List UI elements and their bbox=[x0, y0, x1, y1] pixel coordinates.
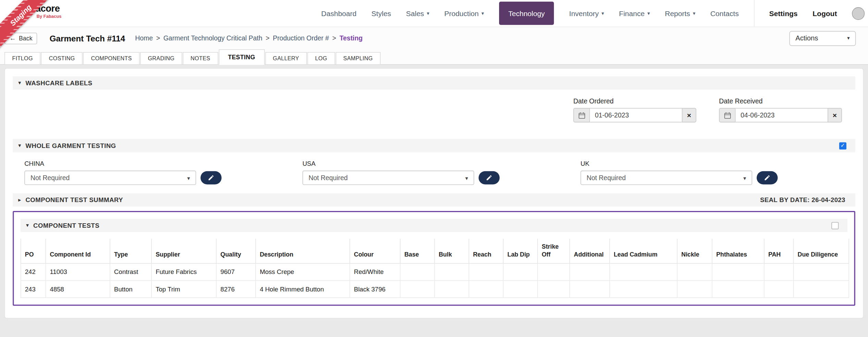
table-row: 24211003ContrastFuture Fabrics9607Moss C… bbox=[21, 263, 849, 280]
date-received-calendar-button[interactable] bbox=[719, 108, 736, 122]
column-header: Lab Dip bbox=[503, 239, 537, 263]
table-cell: 243 bbox=[21, 280, 46, 297]
chevron-down-icon: ▾ bbox=[693, 11, 695, 16]
table-header-row: POComponent IdTypeSupplierQualityDescrip… bbox=[21, 239, 849, 263]
tab-notes[interactable]: NOTES bbox=[183, 52, 218, 64]
close-icon: × bbox=[833, 112, 837, 119]
usa-edit-button[interactable] bbox=[479, 171, 499, 185]
nav-item-contacts[interactable]: Contacts bbox=[710, 0, 739, 27]
tab-testing[interactable]: TESTING bbox=[219, 49, 264, 65]
chevron-down-icon: ▾ bbox=[18, 80, 21, 86]
nav-item-production[interactable]: Production▾ bbox=[444, 0, 484, 27]
table-cell: Moss Crepe bbox=[256, 263, 350, 280]
breadcrumb-item[interactable]: Production Order # bbox=[273, 34, 329, 42]
whole-garment-testing-section-header[interactable]: ▾ WHOLE GARMENT TESTING ✓ bbox=[13, 139, 855, 152]
actions-button[interactable]: Actions ▾ bbox=[789, 31, 856, 46]
column-header: Phthalates bbox=[712, 239, 764, 263]
tab-grading[interactable]: GRADING bbox=[140, 52, 182, 64]
table-cell: 4858 bbox=[46, 280, 110, 297]
nav-item-inventory[interactable]: Inventory▾ bbox=[569, 0, 604, 27]
chevron-down-icon: ▾ bbox=[743, 175, 746, 181]
whole-garment-testing-checkbox[interactable]: ✓ bbox=[839, 142, 846, 149]
nav-item-styles[interactable]: Styles bbox=[371, 0, 391, 27]
component-test-summary-section-header[interactable]: ▸ COMPONENT TEST SUMMARY SEAL BY DATE: 2… bbox=[13, 193, 855, 207]
date-ordered-clear-button[interactable]: × bbox=[682, 108, 696, 122]
nav-item-reports[interactable]: Reports▾ bbox=[665, 0, 695, 27]
component-tests-section-header[interactable]: ▾ COMPONENT TESTS bbox=[21, 219, 847, 232]
staging-ribbon-label: Staging bbox=[8, 3, 33, 27]
tab-bar: FITLOGCOSTINGCOMPONENTSGRADINGNOTESTESTI… bbox=[0, 49, 868, 65]
date-received-input[interactable] bbox=[736, 108, 828, 122]
brand-tagline: By Fabacus bbox=[37, 14, 62, 19]
column-header: Nickle bbox=[677, 239, 712, 263]
tab-costing[interactable]: COSTING bbox=[41, 52, 83, 64]
pencil-icon bbox=[764, 174, 770, 181]
page: Staging dacore By Fabacus DashboardStyle… bbox=[0, 0, 868, 337]
china-edit-button[interactable] bbox=[200, 171, 221, 185]
tab-components[interactable]: COMPONENTS bbox=[83, 52, 139, 64]
region-china: CHINA Not Required ▾ bbox=[24, 160, 222, 185]
uk-select[interactable]: Not Required ▾ bbox=[581, 171, 752, 185]
nav-items: DashboardStylesSales▾Production▾Technolo… bbox=[321, 0, 739, 27]
tab-gallery[interactable]: GALLERY bbox=[265, 52, 307, 64]
table-cell bbox=[764, 280, 794, 297]
tab-fitlog[interactable]: FITLOG bbox=[4, 52, 41, 64]
date-ordered-field: Date Ordered × bbox=[573, 98, 696, 123]
region-usa: USA Not Required ▾ bbox=[302, 160, 500, 185]
table-cell bbox=[503, 263, 537, 280]
chevron-down-icon: ▾ bbox=[18, 143, 21, 148]
table-cell: 242 bbox=[21, 263, 46, 280]
section-title: WASHCARE LABELS bbox=[25, 80, 92, 86]
uk-edit-button[interactable] bbox=[757, 171, 778, 185]
nav-item-logout[interactable]: Logout bbox=[813, 0, 837, 27]
nav-item-settings[interactable]: Settings bbox=[769, 0, 798, 27]
table-cell: 11003 bbox=[46, 263, 110, 280]
column-header: Base bbox=[400, 239, 434, 263]
chevron-down-icon: ▾ bbox=[427, 11, 429, 16]
breadcrumb-item[interactable]: Home bbox=[135, 34, 153, 42]
breadcrumb-separator: > bbox=[332, 34, 336, 42]
usa-select[interactable]: Not Required ▾ bbox=[302, 171, 474, 185]
column-header: Reach bbox=[469, 239, 503, 263]
component-tests-section: ▾ COMPONENT TESTS POComponent IdTypeSupp… bbox=[13, 211, 855, 305]
table-cell bbox=[712, 263, 764, 280]
chevron-down-icon: ▾ bbox=[465, 175, 468, 181]
usa-select-value: Not Required bbox=[309, 174, 466, 182]
table-cell bbox=[570, 263, 609, 280]
table-cell bbox=[677, 280, 712, 297]
column-header: Bulk bbox=[435, 239, 469, 263]
washcare-labels-section-header[interactable]: ▾ WASHCARE LABELS bbox=[13, 76, 855, 90]
date-ordered-input[interactable] bbox=[590, 108, 682, 122]
column-header: Lead Cadmium bbox=[610, 239, 677, 263]
tab-log[interactable]: LOG bbox=[307, 52, 335, 64]
table-cell bbox=[469, 263, 503, 280]
table-cell: 9607 bbox=[216, 263, 256, 280]
nav-item-finance[interactable]: Finance▾ bbox=[619, 0, 650, 27]
tab-sampling[interactable]: SAMPLING bbox=[335, 52, 380, 64]
table-cell bbox=[537, 263, 570, 280]
column-header: PO bbox=[21, 239, 46, 263]
nav-item-technology[interactable]: Technology bbox=[499, 2, 554, 25]
date-received-label: Date Received bbox=[719, 98, 842, 105]
date-received-clear-button[interactable]: × bbox=[828, 108, 842, 122]
chevron-down-icon: ▾ bbox=[847, 35, 850, 41]
table-cell bbox=[793, 263, 849, 280]
table-cell bbox=[435, 280, 469, 297]
breadcrumb-item[interactable]: Garment Technology Critical Path bbox=[163, 34, 262, 42]
nav-item-sales[interactable]: Sales▾ bbox=[406, 0, 429, 27]
table-cell bbox=[537, 280, 570, 297]
region-uk: UK Not Required ▾ bbox=[581, 160, 778, 185]
page-title: Garment Tech #114 bbox=[50, 34, 125, 43]
nav-item-dashboard[interactable]: Dashboard bbox=[321, 0, 357, 27]
region-usa-label: USA bbox=[302, 160, 500, 166]
user-avatar[interactable] bbox=[852, 7, 865, 20]
date-ordered-calendar-button[interactable] bbox=[573, 108, 590, 122]
date-ordered-label: Date Ordered bbox=[573, 98, 696, 105]
component-tests-checkbox[interactable] bbox=[831, 222, 839, 229]
china-select[interactable]: Not Required ▾ bbox=[24, 171, 196, 185]
pencil-icon bbox=[208, 174, 214, 181]
table-cell bbox=[712, 280, 764, 297]
table-cell bbox=[503, 280, 537, 297]
table-cell bbox=[570, 280, 609, 297]
chevron-down-icon: ▾ bbox=[602, 11, 604, 16]
